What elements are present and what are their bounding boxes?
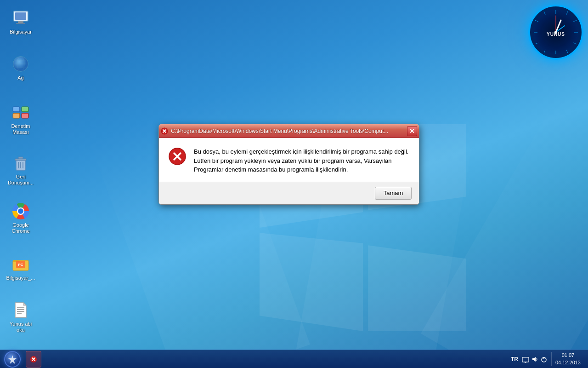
desktop: Bilgisayar Ağ xyxy=(0,0,588,368)
start-orb xyxy=(4,351,21,368)
dialog-message-text: Bu dosya, bu eylemi gerçekleştirmek için… xyxy=(194,147,410,174)
tray-time: 01:07 xyxy=(555,352,581,359)
dialog-close-button[interactable]: ✕ xyxy=(407,126,417,136)
tray-date: 04.12.2013 xyxy=(555,359,581,366)
tray-icons xyxy=(522,356,548,363)
ok-button[interactable]: Tamam xyxy=(375,187,412,200)
dialog-title-text: C:\ProgramData\Microsoft\Windows\Start M… xyxy=(171,128,407,134)
dialog-error-icon xyxy=(168,147,187,166)
dialog-footer: Tamam xyxy=(159,182,419,204)
tray-language: TR xyxy=(511,356,518,362)
start-button[interactable] xyxy=(0,350,25,368)
taskbar-dialog-item[interactable] xyxy=(26,351,41,368)
tray-power-icon xyxy=(540,356,548,363)
taskbar-tray: TR 01:07 xyxy=(511,352,588,366)
svg-rect-62 xyxy=(522,357,529,362)
tray-network-icon xyxy=(522,356,529,363)
dialog-overlay: C:\ProgramData\Microsoft\Windows\Start M… xyxy=(0,0,588,368)
dialog-titlebar: C:\ProgramData\Microsoft\Windows\Start M… xyxy=(159,124,419,138)
dialog-title-icon xyxy=(161,127,168,135)
taskbar-item-icon xyxy=(30,356,37,363)
dialog-body: Bu dosya, bu eylemi gerçekleştirmek için… xyxy=(159,138,419,182)
taskbar: TR 01:07 xyxy=(0,350,588,368)
tray-speaker-icon xyxy=(531,356,538,363)
tray-clock[interactable]: 01:07 04.12.2013 xyxy=(551,352,584,366)
error-dialog: C:\ProgramData\Microsoft\Windows\Start M… xyxy=(158,124,419,205)
